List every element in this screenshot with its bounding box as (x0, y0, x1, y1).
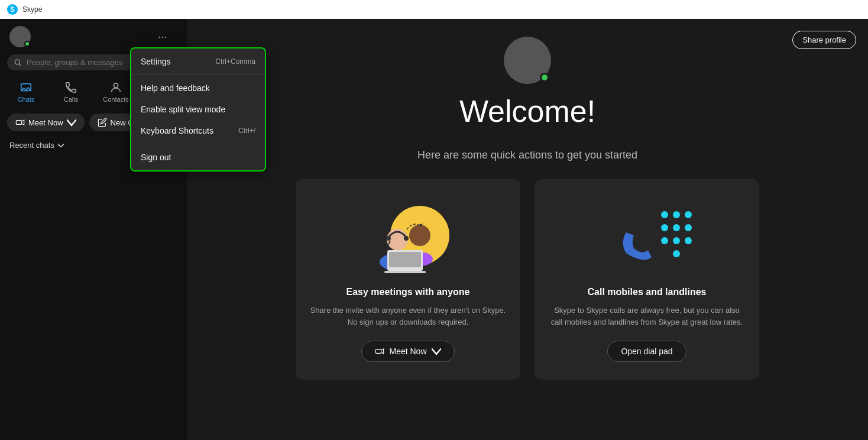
keyboard-shortcuts-menu-item[interactable]: Keyboard Shortcuts Ctrl+/ (131, 120, 265, 141)
svg-point-24 (685, 224, 692, 231)
svg-rect-4 (16, 121, 21, 125)
card2-desc: Skype to Skype calls are always free, bu… (549, 305, 745, 328)
sidebar: ··· Chats Calls (0, 19, 187, 440)
svg-point-21 (685, 211, 692, 218)
video-icon (15, 118, 25, 127)
edit-icon (98, 118, 107, 127)
title-bar: S Skype (0, 0, 868, 19)
tab-calls[interactable]: Calls (50, 77, 92, 106)
svg-point-0 (15, 59, 20, 64)
svg-rect-18 (376, 350, 381, 354)
svg-point-9 (404, 236, 409, 241)
menu-divider-1 (131, 75, 265, 75)
card1-desc: Share the invite with anyone even if the… (310, 305, 506, 328)
svg-point-20 (673, 211, 680, 218)
svg-point-12 (409, 225, 430, 246)
profile-avatar (504, 37, 551, 84)
dialpad-illustration (594, 197, 700, 274)
card1-button[interactable]: Meet Now (361, 341, 454, 362)
svg-rect-15 (389, 252, 421, 267)
card2-button[interactable]: Open dial pad (607, 341, 686, 362)
dropdown-menu: Settings Ctrl+Comma Help and feedback En… (130, 47, 266, 172)
meetings-illustration (355, 197, 461, 274)
cards-row: Easy meetings with anyone Share the invi… (261, 179, 793, 380)
svg-point-23 (673, 224, 680, 231)
welcome-title: Welcome! (459, 93, 595, 129)
menu-divider-2 (131, 144, 265, 144)
search-icon (14, 59, 22, 67)
call-mobiles-card: Call mobiles and landlines Skype to Skyp… (535, 179, 759, 380)
svg-point-28 (673, 250, 680, 257)
quick-actions-subtitle: Here are some quick actions to get you s… (417, 149, 637, 161)
share-profile-button[interactable]: Share profile (792, 31, 856, 49)
welcome-section: Welcome! (459, 37, 595, 131)
user-online-status (24, 41, 30, 47)
svg-point-25 (661, 237, 668, 244)
svg-point-27 (685, 237, 692, 244)
sign-out-menu-item[interactable]: Sign out (131, 147, 265, 168)
svg-point-22 (661, 224, 668, 231)
easy-meetings-card: Easy meetings with anyone Share the invi… (296, 179, 520, 380)
svg-rect-16 (384, 271, 426, 273)
svg-point-19 (661, 211, 668, 218)
video-icon (375, 347, 384, 356)
skype-logo: S (7, 4, 18, 15)
split-view-menu-item[interactable]: Enable split view mode (131, 99, 265, 120)
main-content: Share profile Welcome! Here are some qui… (187, 19, 868, 440)
chevron-down-icon (67, 118, 76, 127)
settings-menu-item[interactable]: Settings Ctrl+Comma (131, 51, 265, 72)
svg-point-3 (114, 83, 118, 88)
app-layout: ··· Chats Calls (0, 19, 868, 440)
svg-line-1 (19, 64, 21, 66)
tab-chats[interactable]: Chats (5, 77, 47, 106)
app-title: Skype (22, 5, 42, 14)
user-avatar[interactable] (9, 26, 31, 47)
card1-title: Easy meetings with anyone (346, 287, 470, 297)
profile-online-status (540, 73, 549, 82)
meet-now-button[interactable]: Meet Now (7, 114, 85, 131)
svg-point-26 (673, 237, 680, 244)
svg-point-8 (386, 236, 391, 241)
card2-title: Call mobiles and landlines (588, 287, 707, 297)
help-feedback-menu-item[interactable]: Help and feedback (131, 77, 265, 99)
chevron-down-icon (432, 347, 441, 356)
more-options-button[interactable]: ··· (154, 28, 170, 46)
chevron-down-icon (58, 144, 64, 147)
